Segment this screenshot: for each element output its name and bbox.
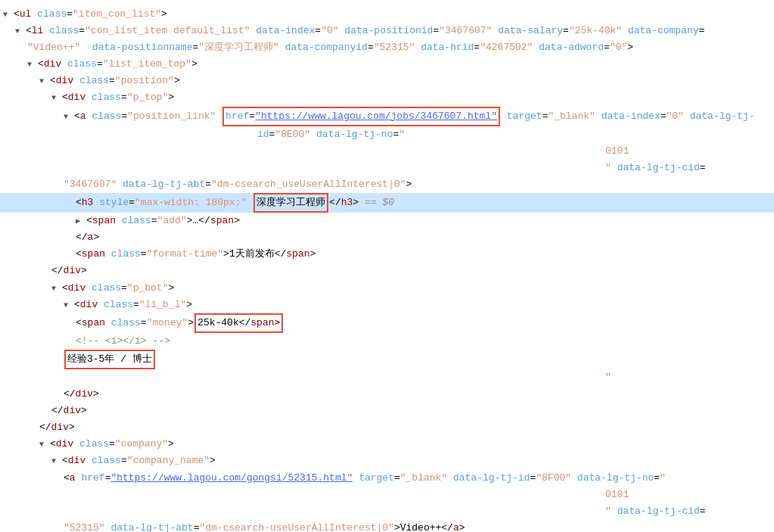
code-text-22: <div class="company_name">	[62, 453, 216, 469]
code-text-2b: "Video++" data-positionname="深度学习工程师" da…	[27, 39, 633, 56]
line-2: <li class="con_list_item default_list" d…	[0, 23, 774, 39]
line-20: </div>	[0, 419, 774, 436]
triangle-22[interactable]	[51, 455, 61, 468]
line-23c: " data-lg-tj-cid=	[0, 503, 774, 520]
line-6d: " data-lg-tj-cid=	[0, 160, 774, 176]
code-text-6: <a class="position_link" href="https://w…	[74, 107, 755, 126]
triangle-14[interactable]	[64, 299, 73, 312]
line-1: <ul class="item_con_list">	[0, 6, 774, 23]
line-9: <span class="add">…</span>	[0, 213, 774, 229]
code-text-17: 经验3-5年 / 博士	[64, 350, 156, 369]
code-text-5: <div class="p_top">	[62, 89, 174, 106]
line-22: <div class="company_name">	[0, 453, 774, 469]
line-13: <div class="p_bot">	[0, 280, 774, 297]
triangle-9[interactable]	[76, 215, 85, 228]
line-2b: "Video++" data-positionname="深度学习工程师" da…	[0, 39, 774, 56]
code-text-23c: " data-lg-tj-cid=	[605, 503, 706, 520]
triangle-1[interactable]	[3, 8, 12, 21]
line-11: <span class="format-time">1天前发布</span>	[0, 246, 774, 263]
code-text-6d: " data-lg-tj-cid=	[605, 160, 706, 176]
code-text-4: <div class="position">	[50, 73, 180, 89]
code-text-16: <!-- <i></i> -->	[76, 333, 170, 350]
code-text-23: <a href="https://www.lagou.com/gongsi/52…	[64, 470, 666, 487]
triangle-4[interactable]	[39, 75, 48, 88]
code-text-15: <span class="money">25k-40k</span>	[76, 313, 284, 333]
code-text-12: </div>	[51, 263, 87, 279]
line-23b: 0101	[0, 487, 774, 503]
line-12: </div>	[0, 263, 774, 279]
code-text: <ul class="item_con_list">	[14, 6, 167, 23]
line-8: <h3 style="max-width: 180px;" 深度学习工程师</h…	[0, 193, 774, 213]
line-4: <div class="position">	[0, 73, 774, 89]
line-23: <a href="https://www.lagou.com/gongsi/52…	[0, 470, 774, 487]
line-17b: "	[0, 369, 774, 386]
code-text-10: </a>	[76, 229, 99, 246]
comment-dollar: == $0	[359, 194, 394, 211]
line-10: </a>	[0, 229, 774, 246]
line-6c: 0101	[0, 143, 774, 160]
code-text-11: <span class="format-time">1天前发布</span>	[76, 246, 316, 263]
code-text-13: <div class="p_bot">	[62, 280, 174, 297]
triangle-13[interactable]	[51, 282, 61, 295]
code-text-3: <div class="list_item_top">	[38, 56, 197, 73]
triangle-2[interactable]	[15, 25, 24, 38]
line-18: </div>	[0, 386, 774, 403]
code-text-24: "52315" data-lg-tj-abt="dm-csearch-useUs…	[64, 520, 465, 532]
code-text-19: </div>	[51, 403, 87, 419]
code-text-8: <h3 style="max-width: 180px;" 深度学习工程师</h…	[76, 193, 359, 213]
triangle-5[interactable]	[51, 92, 61, 104]
code-text-23b: 0101	[605, 487, 629, 503]
line-6b: id="8E00" data-lg-tj-no="	[0, 126, 774, 143]
line-15: <span class="money">25k-40k</span>	[0, 313, 774, 333]
line-14: <div class="li_b_l">	[0, 297, 774, 313]
code-text-17b: "	[605, 369, 611, 386]
code-text-21: <div class="company">	[50, 436, 174, 453]
code-text-18: </div>	[64, 386, 99, 403]
triangle-3[interactable]	[27, 58, 36, 71]
line-7: "3467607" data-lg-tj-abt="dm-csearch_use…	[0, 176, 774, 193]
code-text-6b: id="8E00" data-lg-tj-no="	[257, 126, 405, 143]
code-text-9: <span class="add">…</span>	[86, 213, 240, 229]
line-3: <div class="list_item_top">	[0, 56, 774, 73]
triangle-21[interactable]	[39, 438, 48, 451]
code-text-6c: 0101	[605, 143, 629, 160]
line-21: <div class="company">	[0, 436, 774, 453]
line-5: <div class="p_top">	[0, 89, 774, 106]
line-24: "52315" data-lg-tj-abt="dm-csearch-useUs…	[0, 520, 774, 532]
code-text-14: <div class="li_b_l">	[74, 297, 192, 313]
triangle-6[interactable]	[64, 110, 73, 123]
line-17: 经验3-5年 / 博士	[0, 350, 774, 369]
code-viewer: <ul class="item_con_list"> <li class="co…	[0, 0, 774, 532]
line-6: <a class="position_link" href="https://w…	[0, 107, 774, 126]
code-text-7: "3467607" data-lg-tj-abt="dm-csearch_use…	[64, 176, 412, 193]
code-text-2: <li class="con_list_item default_list" d…	[26, 23, 704, 39]
line-19: </div>	[0, 403, 774, 419]
code-text-20: </div>	[39, 419, 75, 436]
line-16: <!-- <i></i> -->	[0, 333, 774, 350]
